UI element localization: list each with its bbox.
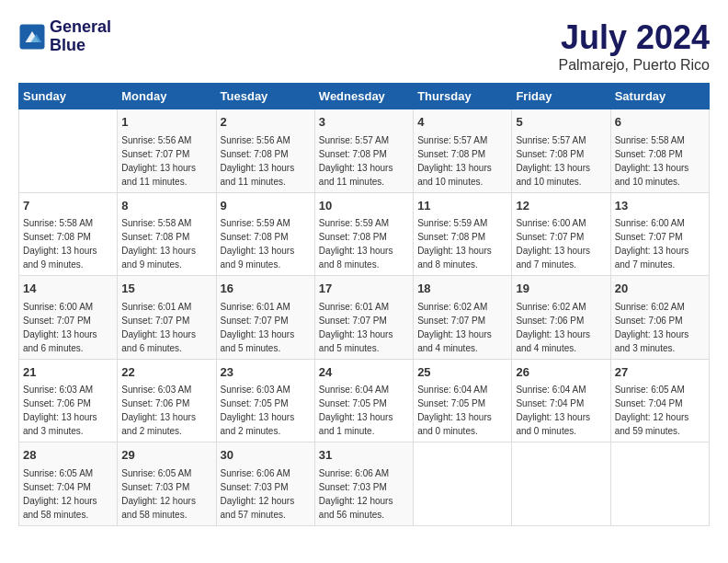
page-header: General Blue July 2024 Palmarejo, Puerto… [18,18,710,74]
day-number: 11 [417,197,507,215]
day-info: Sunrise: 6:04 AMSunset: 7:05 PMDaylight:… [319,383,409,438]
header-cell-thursday: Thursday [414,84,512,109]
calendar-cell: 19Sunrise: 6:02 AMSunset: 7:06 PMDayligh… [512,276,610,360]
day-info: Sunrise: 6:00 AMSunset: 7:07 PMDaylight:… [615,216,705,271]
calendar-cell: 5Sunrise: 5:57 AMSunset: 7:08 PMDaylight… [512,109,610,193]
calendar-cell: 20Sunrise: 6:02 AMSunset: 7:06 PMDayligh… [610,276,709,360]
day-info: Sunrise: 6:05 AMSunset: 7:04 PMDaylight:… [23,466,113,522]
calendar-cell: 2Sunrise: 5:56 AMSunset: 7:08 PMDaylight… [216,109,314,193]
calendar-cell: 30Sunrise: 6:06 AMSunset: 7:03 PMDayligh… [216,442,314,526]
calendar-cell: 27Sunrise: 6:05 AMSunset: 7:04 PMDayligh… [610,359,709,442]
day-info: Sunrise: 5:57 AMSunset: 7:08 PMDaylight:… [516,133,606,189]
header-cell-friday: Friday [512,84,610,109]
day-number: 18 [417,280,507,298]
calendar-cell: 24Sunrise: 6:04 AMSunset: 7:05 PMDayligh… [314,359,413,442]
day-info: Sunrise: 5:58 AMSunset: 7:08 PMDaylight:… [23,216,113,271]
calendar-table: SundayMondayTuesdayWednesdayThursdayFrid… [18,83,710,526]
calendar-cell: 18Sunrise: 6:02 AMSunset: 7:07 PMDayligh… [414,276,512,360]
title-block: July 2024 Palmarejo, Puerto Rico [558,18,710,74]
calendar-cell [414,442,512,526]
day-info: Sunrise: 6:04 AMSunset: 7:04 PMDaylight:… [516,383,606,438]
day-info: Sunrise: 6:04 AMSunset: 7:05 PMDaylight:… [417,383,507,438]
day-info: Sunrise: 6:00 AMSunset: 7:07 PMDaylight:… [23,300,113,355]
day-info: Sunrise: 6:02 AMSunset: 7:06 PMDaylight:… [516,300,606,355]
day-number: 2 [221,113,311,132]
main-title: July 2024 [558,18,710,57]
day-number: 5 [516,113,606,132]
day-number: 20 [615,280,705,298]
week-row-5: 28Sunrise: 6:05 AMSunset: 7:04 PMDayligh… [19,442,710,526]
calendar-cell: 10Sunrise: 5:59 AMSunset: 7:08 PMDayligh… [314,192,413,276]
day-number: 22 [121,363,211,382]
day-number: 12 [516,197,606,215]
day-number: 28 [23,446,113,465]
header-cell-wednesday: Wednesday [314,84,413,109]
day-info: Sunrise: 5:58 AMSunset: 7:08 PMDaylight:… [121,216,211,271]
calendar-cell: 31Sunrise: 6:06 AMSunset: 7:03 PMDayligh… [314,442,413,526]
header-row: SundayMondayTuesdayWednesdayThursdayFrid… [19,84,710,109]
calendar-cell: 26Sunrise: 6:04 AMSunset: 7:04 PMDayligh… [512,359,610,442]
day-info: Sunrise: 6:00 AMSunset: 7:07 PMDaylight:… [516,216,606,271]
day-info: Sunrise: 6:02 AMSunset: 7:07 PMDaylight:… [417,300,507,355]
calendar-cell: 16Sunrise: 6:01 AMSunset: 7:07 PMDayligh… [216,276,314,360]
logo-icon [18,23,46,51]
header-cell-sunday: Sunday [19,84,118,109]
calendar-cell: 9Sunrise: 5:59 AMSunset: 7:08 PMDaylight… [216,192,314,276]
day-info: Sunrise: 5:58 AMSunset: 7:08 PMDaylight:… [615,133,705,189]
day-number: 10 [319,197,409,215]
week-row-4: 21Sunrise: 6:03 AMSunset: 7:06 PMDayligh… [19,359,710,442]
calendar-cell: 23Sunrise: 6:03 AMSunset: 7:05 PMDayligh… [216,359,314,442]
calendar-cell: 28Sunrise: 6:05 AMSunset: 7:04 PMDayligh… [19,442,118,526]
day-number: 1 [121,113,211,132]
calendar-cell: 4Sunrise: 5:57 AMSunset: 7:08 PMDaylight… [414,109,512,193]
calendar-cell: 3Sunrise: 5:57 AMSunset: 7:08 PMDaylight… [314,109,413,193]
day-number: 25 [417,363,507,382]
day-number: 17 [319,280,409,298]
header-cell-saturday: Saturday [610,84,709,109]
day-number: 9 [221,197,311,215]
subtitle: Palmarejo, Puerto Rico [558,57,710,74]
calendar-cell: 14Sunrise: 6:00 AMSunset: 7:07 PMDayligh… [19,276,118,360]
calendar-cell: 1Sunrise: 5:56 AMSunset: 7:07 PMDaylight… [118,109,216,193]
day-info: Sunrise: 6:02 AMSunset: 7:06 PMDaylight:… [615,300,705,355]
day-info: Sunrise: 6:05 AMSunset: 7:03 PMDaylight:… [121,466,211,522]
day-info: Sunrise: 5:56 AMSunset: 7:08 PMDaylight:… [221,133,311,189]
day-number: 21 [23,363,113,382]
header-cell-tuesday: Tuesday [216,84,314,109]
week-row-3: 14Sunrise: 6:00 AMSunset: 7:07 PMDayligh… [19,276,710,360]
day-number: 24 [319,363,409,382]
day-number: 23 [221,363,311,382]
week-row-1: 1Sunrise: 5:56 AMSunset: 7:07 PMDaylight… [19,109,710,193]
day-info: Sunrise: 6:06 AMSunset: 7:03 PMDaylight:… [319,466,409,522]
calendar-cell [512,442,610,526]
calendar-cell: 8Sunrise: 5:58 AMSunset: 7:08 PMDaylight… [118,192,216,276]
logo: General Blue [18,18,111,55]
day-number: 7 [23,197,113,215]
day-number: 29 [121,446,211,465]
calendar-cell [610,442,709,526]
day-number: 4 [417,113,507,132]
day-info: Sunrise: 5:59 AMSunset: 7:08 PMDaylight:… [319,216,409,271]
day-number: 13 [615,197,705,215]
day-info: Sunrise: 6:01 AMSunset: 7:07 PMDaylight:… [221,300,311,355]
day-number: 19 [516,280,606,298]
calendar-cell: 15Sunrise: 6:01 AMSunset: 7:07 PMDayligh… [118,276,216,360]
calendar-cell: 25Sunrise: 6:04 AMSunset: 7:05 PMDayligh… [414,359,512,442]
header-cell-monday: Monday [118,84,216,109]
day-number: 14 [23,280,113,298]
day-number: 6 [615,113,705,132]
calendar-cell: 12Sunrise: 6:00 AMSunset: 7:07 PMDayligh… [512,192,610,276]
calendar-cell: 6Sunrise: 5:58 AMSunset: 7:08 PMDaylight… [610,109,709,193]
day-info: Sunrise: 6:06 AMSunset: 7:03 PMDaylight:… [221,466,311,522]
day-number: 3 [319,113,409,132]
day-info: Sunrise: 6:03 AMSunset: 7:06 PMDaylight:… [23,383,113,438]
day-info: Sunrise: 6:03 AMSunset: 7:05 PMDaylight:… [221,383,311,438]
calendar-cell: 13Sunrise: 6:00 AMSunset: 7:07 PMDayligh… [610,192,709,276]
day-number: 30 [221,446,311,465]
day-info: Sunrise: 5:59 AMSunset: 7:08 PMDaylight:… [221,216,311,271]
logo-text: General Blue [50,18,111,55]
day-number: 26 [516,363,606,382]
day-info: Sunrise: 6:05 AMSunset: 7:04 PMDaylight:… [615,383,705,438]
day-info: Sunrise: 6:01 AMSunset: 7:07 PMDaylight:… [121,300,211,355]
day-info: Sunrise: 5:59 AMSunset: 7:08 PMDaylight:… [417,216,507,271]
